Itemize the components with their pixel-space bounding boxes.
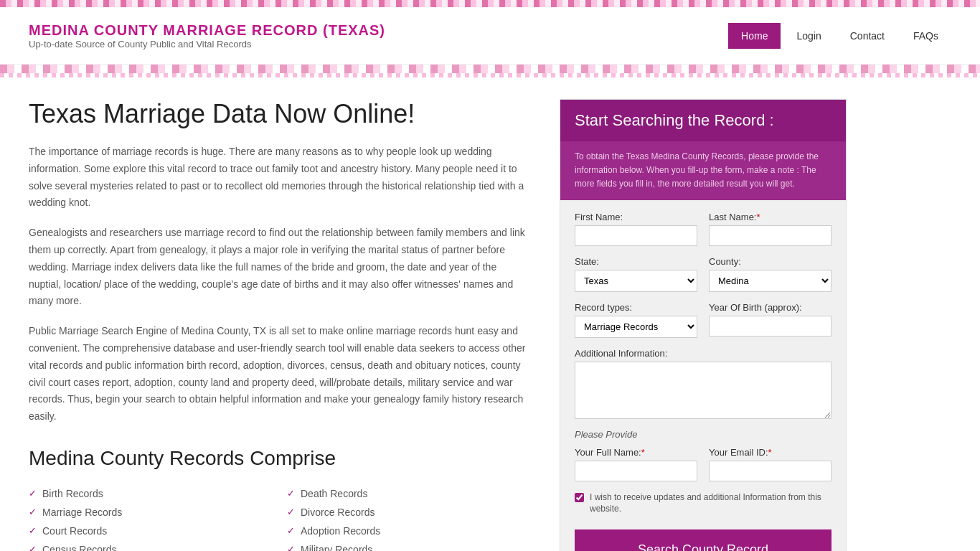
year-birth-input[interactable]: [709, 316, 831, 336]
full-name-email-row: Your Full Name:* Your Email ID:*: [575, 447, 831, 481]
intro-paragraph-3: Public Marriage Search Engine of Medina …: [29, 323, 531, 425]
check-icon: ✓: [29, 507, 37, 517]
record-label: Marriage Records: [42, 507, 122, 518]
list-item: ✓Birth Records: [29, 484, 273, 503]
search-form-panel: Start Searching the Record : To obtain t…: [560, 99, 847, 551]
form-title: Start Searching the Record :: [575, 111, 831, 130]
check-icon: ✓: [287, 544, 295, 551]
additional-info-textarea[interactable]: [575, 362, 831, 419]
additional-info-row: Additional Information:: [575, 348, 831, 419]
record-type-year-row: Record types: Marriage Records Birth Rec…: [575, 302, 831, 338]
county-label: County:: [709, 256, 831, 267]
nav-home[interactable]: Home: [728, 23, 781, 49]
check-icon: ✓: [29, 525, 37, 536]
site-title: MEDINA COUNTY MARRIAGE RECORD (TEXAS): [29, 22, 385, 39]
nav-login[interactable]: Login: [783, 23, 834, 49]
list-item: ✓Death Records: [287, 484, 531, 503]
records-grid: ✓Birth Records ✓Marriage Records ✓Court …: [29, 484, 531, 551]
newsletter-checkbox-row: I wish to receive updates and additional…: [575, 491, 831, 516]
newsletter-label: I wish to receive updates and additional…: [590, 491, 831, 516]
record-type-label: Record types:: [575, 302, 697, 313]
form-container: Start Searching the Record : To obtain t…: [560, 99, 847, 551]
required-marker: *: [768, 447, 772, 458]
nav-faqs[interactable]: FAQs: [900, 23, 951, 49]
record-label: Divorce Records: [301, 507, 374, 518]
check-icon: ✓: [29, 488, 37, 499]
please-provide-text: Please Provide: [575, 429, 831, 440]
additional-info-group: Additional Information:: [575, 348, 831, 419]
list-item: ✓Adoption Records: [287, 522, 531, 540]
additional-info-label: Additional Information:: [575, 348, 831, 359]
form-header-desc: To obtain the Texas Medina County Record…: [560, 141, 846, 200]
county-group: County: Medina Bexar Travis Harris: [709, 256, 831, 292]
list-item: ✓Marriage Records: [29, 503, 273, 522]
logo: MEDINA COUNTY MARRIAGE RECORD (TEXAS) Up…: [29, 22, 385, 50]
check-icon: ✓: [287, 488, 295, 499]
form-desc-text: To obtain the Texas Medina County Record…: [575, 151, 819, 189]
year-birth-label: Year Of Birth (approx):: [709, 302, 831, 313]
records-col2: ✓Death Records ✓Divorce Records ✓Adoptio…: [287, 484, 531, 551]
state-select[interactable]: Texas Alabama California Florida New Yor…: [575, 270, 697, 292]
email-group: Your Email ID:*: [709, 447, 831, 481]
year-birth-group: Year Of Birth (approx):: [709, 302, 831, 338]
required-marker: *: [756, 212, 760, 222]
nav-contact[interactable]: Contact: [837, 23, 897, 49]
list-item: ✓Census Records: [29, 540, 273, 551]
record-type-select[interactable]: Marriage Records Birth Records Death Rec…: [575, 316, 697, 338]
main-container: Texas Marriage Data Now Online! The impo…: [0, 77, 980, 551]
check-icon: ✓: [29, 544, 37, 551]
name-row: First Name: Last Name:*: [575, 212, 831, 246]
record-label: Adoption Records: [301, 525, 380, 537]
main-nav: Home Login Contact FAQs: [728, 23, 951, 49]
county-select[interactable]: Medina Bexar Travis Harris: [709, 270, 831, 292]
form-header: Start Searching the Record :: [560, 100, 846, 141]
required-marker: *: [641, 447, 645, 458]
left-content: Texas Marriage Data Now Online! The impo…: [29, 99, 531, 551]
newsletter-checkbox[interactable]: [575, 493, 584, 502]
search-county-record-button[interactable]: Search County Record: [575, 529, 831, 551]
list-item: ✓Divorce Records: [287, 503, 531, 522]
last-name-group: Last Name:*: [709, 212, 831, 246]
list-item: ✓Court Records: [29, 522, 273, 540]
last-name-label: Last Name:*: [709, 212, 831, 222]
check-icon: ✓: [287, 525, 295, 536]
records-section-heading: Medina County Records Comprise: [29, 447, 531, 470]
main-heading: Texas Marriage Data Now Online!: [29, 99, 531, 129]
first-name-input[interactable]: [575, 225, 697, 246]
record-type-group: Record types: Marriage Records Birth Rec…: [575, 302, 697, 338]
record-label: Birth Records: [42, 488, 103, 499]
list-item: ✓Military Records: [287, 540, 531, 551]
header: MEDINA COUNTY MARRIAGE RECORD (TEXAS) Up…: [0, 7, 980, 65]
first-name-label: First Name:: [575, 212, 697, 222]
state-label: State:: [575, 256, 697, 267]
full-name-group: Your Full Name:*: [575, 447, 697, 481]
intro-paragraph-2: Genealogists and researchers use marriag…: [29, 225, 531, 310]
form-body: First Name: Last Name:* State:: [560, 200, 846, 551]
full-name-label: Your Full Name:*: [575, 447, 697, 458]
site-subtitle: Up-to-date Source of County Public and V…: [29, 39, 385, 50]
intro-paragraph-1: The importance of marriage records is hu…: [29, 143, 531, 212]
record-label: Court Records: [42, 525, 107, 537]
email-label: Your Email ID:*: [709, 447, 831, 458]
email-input[interactable]: [709, 461, 831, 481]
state-county-row: State: Texas Alabama California Florida …: [575, 256, 831, 292]
state-group: State: Texas Alabama California Florida …: [575, 256, 697, 292]
decorative-bar: [0, 65, 980, 73]
check-icon: ✓: [287, 507, 295, 517]
record-label: Military Records: [301, 544, 372, 551]
record-label: Census Records: [42, 544, 117, 551]
record-label: Death Records: [301, 488, 367, 499]
full-name-input[interactable]: [575, 461, 697, 481]
records-col1: ✓Birth Records ✓Marriage Records ✓Court …: [29, 484, 273, 551]
first-name-group: First Name:: [575, 212, 697, 246]
last-name-input[interactable]: [709, 225, 831, 246]
